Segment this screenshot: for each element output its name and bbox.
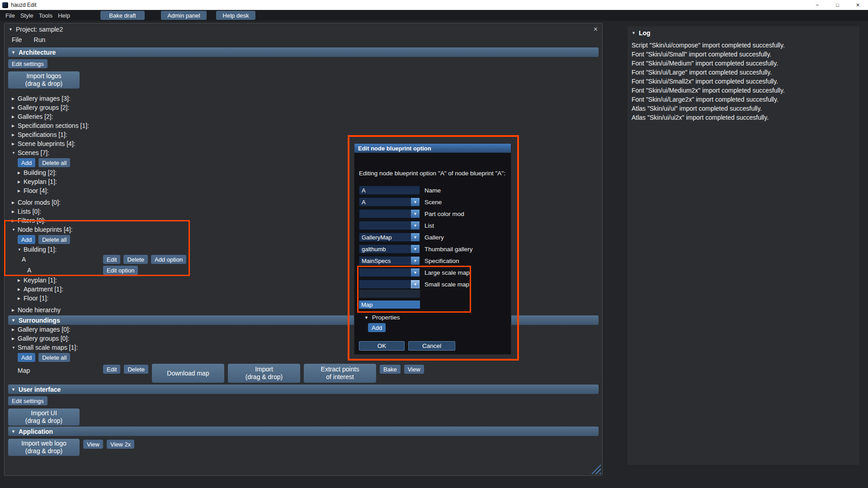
thumbnail-gallery-dropdown[interactable]: galthumb ▼ <box>359 244 420 253</box>
close-button[interactable]: × <box>848 0 868 10</box>
chevron-right-icon[interactable]: ▶ <box>18 180 24 184</box>
chevron-right-icon[interactable]: ▶ <box>12 337 18 341</box>
small-scale-map-dropdown[interactable]: ▼ <box>359 280 420 289</box>
delete-all-button[interactable]: Delete all <box>38 235 70 244</box>
delete-all-button[interactable]: Delete all <box>38 353 70 362</box>
chevron-right-icon[interactable]: ▶ <box>12 308 18 312</box>
import-map-button[interactable]: Import (drag & drop) <box>228 364 300 383</box>
tree-item-apartment[interactable]: ▶ Apartment [1]: <box>5 285 602 294</box>
project-panel-header[interactable]: ▼ Project: sample2 × <box>5 23 602 34</box>
tree-item-sur-gallery-images[interactable]: ▶ Gallery images [0]: <box>5 325 602 334</box>
chevron-right-icon[interactable]: ▶ <box>18 278 24 282</box>
add-option-button[interactable]: Add option <box>151 255 186 264</box>
name-input[interactable] <box>359 186 420 195</box>
project-close-icon[interactable]: × <box>594 26 598 33</box>
gallery-dropdown[interactable]: GalleryMap ▼ <box>359 233 420 242</box>
edit-button[interactable]: Edit <box>103 255 120 264</box>
chevron-down-icon[interactable]: ▼ <box>12 346 18 350</box>
chevron-right-icon[interactable]: ▶ <box>12 219 18 223</box>
properties-row[interactable]: ▼ Properties <box>354 314 511 321</box>
large-scale-map-dropdown[interactable]: ▼ <box>359 268 420 277</box>
chevron-right-icon[interactable]: ▶ <box>18 189 24 193</box>
properties-add-button[interactable]: Add <box>368 323 386 332</box>
chevron-down-icon[interactable]: ▼ <box>411 210 420 218</box>
chevron-right-icon[interactable]: ▶ <box>18 287 24 291</box>
menu-help[interactable]: Help <box>58 12 70 19</box>
tree-item-building-1[interactable]: ▼ Building [1]: <box>5 245 602 254</box>
tree-item-node-option-a[interactable]: A Edit option <box>5 265 602 276</box>
tree-item-sur-gallery-groups[interactable]: ▶ Gallery groups [0]: <box>5 334 602 343</box>
admin-panel-button[interactable]: Admin panel <box>161 11 207 20</box>
chevron-right-icon[interactable]: ▶ <box>12 142 18 146</box>
add-button[interactable]: Add <box>18 158 35 167</box>
view-button[interactable]: View <box>404 365 424 374</box>
ok-button[interactable]: OK <box>359 341 405 351</box>
minimize-button[interactable]: − <box>807 0 827 10</box>
chevron-right-icon[interactable]: ▶ <box>12 115 18 119</box>
add-button[interactable]: Add <box>18 235 35 244</box>
tree-item-keyplan-scenes[interactable]: ▶ Keyplan [1]: <box>5 177 602 186</box>
tree-item-scene-blueprints[interactable]: ▶ Scene blueprints [4]: <box>5 139 602 148</box>
tree-item-filters[interactable]: ▶ Filters [0]: <box>5 216 602 225</box>
chevron-down-icon[interactable]: ▼ <box>411 245 420 253</box>
window-titlebar[interactable]: hauzd Edit − □ × <box>0 0 868 10</box>
chevron-down-icon[interactable]: ▼ <box>411 198 420 206</box>
section-user-interface[interactable]: ▼ User interface <box>8 385 599 394</box>
delete-all-button[interactable]: Delete all <box>38 158 70 167</box>
import-web-logo-button[interactable]: Import web logo (drag & drop) <box>8 439 80 456</box>
chevron-right-icon[interactable]: ▶ <box>12 210 18 214</box>
edit-button[interactable]: Edit <box>103 365 120 374</box>
cancel-button[interactable]: Cancel <box>408 341 455 351</box>
dropdown-option-empty[interactable] <box>359 290 420 298</box>
chevron-down-icon[interactable]: ▼ <box>411 221 420 230</box>
tree-item-node-blueprints[interactable]: ▼ Node blueprints [4]: <box>5 225 602 234</box>
tree-item-specifications[interactable]: ▶ Specifications [1]: <box>5 130 602 139</box>
dialog-titlebar[interactable]: Edit node blueprint option <box>354 144 511 153</box>
chevron-right-icon[interactable]: ▶ <box>18 296 24 300</box>
tree-item-color-mods[interactable]: ▶ Color mods [0]: <box>5 198 602 207</box>
chevron-down-icon[interactable]: ▼ <box>411 233 420 241</box>
delete-button[interactable]: Delete <box>123 255 148 264</box>
tree-item-node-a[interactable]: A Edit Delete Add option <box>5 254 602 265</box>
chevron-right-icon[interactable]: ▶ <box>12 328 18 332</box>
section-application[interactable]: ▼ Application <box>8 427 599 436</box>
tree-item-scenes[interactable]: ▼ Scenes [7]: <box>5 148 602 157</box>
project-menu-file[interactable]: File <box>12 36 22 43</box>
import-logos-button[interactable]: Import logos (drag & drop) <box>8 71 80 89</box>
edit-settings-button[interactable]: Edit settings <box>8 59 47 68</box>
edit-settings-button[interactable]: Edit settings <box>8 396 47 405</box>
tree-item-node-hierarchy[interactable]: ▶ Node hierarchy <box>5 305 602 314</box>
import-ui-button[interactable]: Import UI (drag & drop) <box>8 408 80 426</box>
tree-item-building-2[interactable]: ▶ Building [2]: <box>5 168 602 177</box>
chevron-down-icon[interactable]: ▼ <box>411 268 420 277</box>
add-button[interactable]: Add <box>18 353 35 362</box>
edit-option-button[interactable]: Edit option <box>103 266 138 275</box>
tree-item-floor-blueprint[interactable]: ▶ Floor [1]: <box>5 294 602 303</box>
tree-item-keyplan-blueprint[interactable]: ▶ Keyplan [1]: <box>5 276 602 285</box>
menu-tools[interactable]: Tools <box>39 12 52 19</box>
menu-file[interactable]: File <box>5 12 15 19</box>
extract-points-button[interactable]: Extract points of interest <box>304 364 376 383</box>
tree-item-floor-4[interactable]: ▶ Floor [4]: <box>5 186 602 195</box>
chevron-right-icon[interactable]: ▶ <box>18 171 24 175</box>
chevron-down-icon[interactable]: ▼ <box>12 228 18 232</box>
chevron-right-icon[interactable]: ▶ <box>12 97 18 101</box>
tree-item-small-scale-maps[interactable]: ▼ Small scale maps [1]: <box>5 343 602 352</box>
chevron-down-icon[interactable]: ▼ <box>18 248 24 252</box>
view-button[interactable]: View <box>83 440 103 449</box>
scene-dropdown[interactable]: A ▼ <box>359 197 420 206</box>
chevron-right-icon[interactable]: ▶ <box>12 106 18 110</box>
tree-item-lists[interactable]: ▶ Lists [0]: <box>5 207 602 216</box>
delete-button[interactable]: Delete <box>124 365 148 374</box>
tree-item-gallery-images[interactable]: ▶ Gallery images [3]: <box>5 94 602 103</box>
chevron-down-icon[interactable]: ▼ <box>411 257 420 265</box>
tree-item-specification-sections[interactable]: ▶ Specification sections [1]: <box>5 121 602 130</box>
list-dropdown[interactable]: ▼ <box>359 221 420 230</box>
resize-grip[interactable] <box>591 465 601 474</box>
chevron-down-icon[interactable]: ▼ <box>411 280 420 288</box>
section-architecture[interactable]: ▼ Architecture <box>8 47 599 57</box>
chevron-right-icon[interactable]: ▶ <box>12 124 18 128</box>
bake-button[interactable]: Bake <box>380 365 401 374</box>
log-header[interactable]: ▼ Log <box>627 26 859 37</box>
tree-item-galleries[interactable]: ▶ Galleries [2]: <box>5 112 602 121</box>
